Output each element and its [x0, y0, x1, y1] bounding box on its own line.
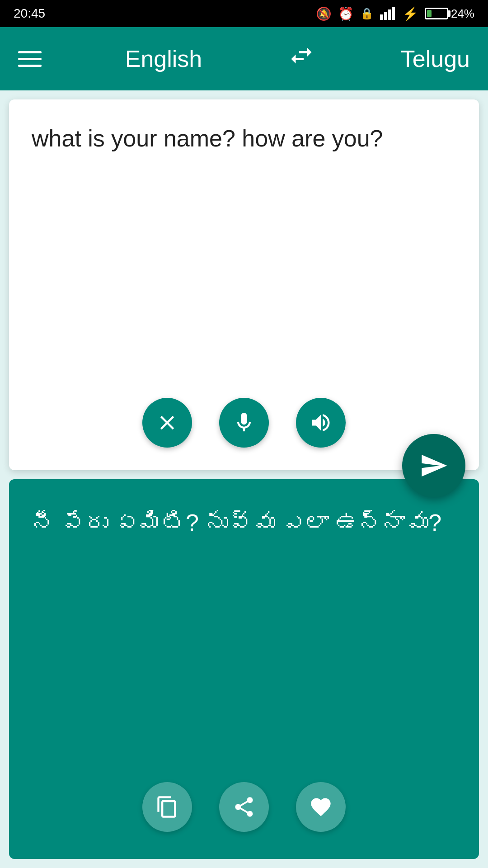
app-toolbar: English Telugu [0, 27, 488, 90]
translated-text: నీ పేరు ఏమిటి? నువ్వు ఎలా ఉన్నావు? [9, 479, 479, 782]
menu-button[interactable] [18, 51, 42, 67]
copy-button[interactable] [142, 782, 192, 832]
source-text[interactable]: what is your name? how are you? [9, 99, 479, 398]
notification-icon: 🔕 [316, 6, 332, 21]
status-time: 20:45 [14, 6, 45, 21]
lock-icon: 🔒 [360, 7, 374, 20]
share-button[interactable] [219, 782, 269, 832]
charging-icon: ⚡ [403, 6, 418, 21]
battery-percent: 24% [451, 7, 474, 21]
translate-button[interactable] [402, 434, 465, 497]
microphone-button[interactable] [219, 398, 269, 448]
svg-rect-1 [384, 12, 387, 20]
swap-languages-button[interactable] [286, 42, 317, 76]
clear-button[interactable] [142, 398, 192, 448]
status-bar: 20:45 🔕 ⏰ 🔒 ⚡ 24% [0, 0, 488, 27]
alarm-icon: ⏰ [338, 6, 354, 21]
output-controls [9, 782, 479, 859]
target-language[interactable]: Telugu [401, 45, 470, 72]
source-language[interactable]: English [125, 45, 202, 72]
output-section: నీ పేరు ఏమిటి? నువ్వు ఎలా ఉన్నావు? [9, 479, 479, 859]
main-content: what is your name? how are you? [0, 90, 488, 868]
signal-icon [380, 7, 396, 20]
input-section: what is your name? how are you? [9, 99, 479, 470]
favorite-button[interactable] [296, 782, 346, 832]
speaker-button[interactable] [296, 398, 346, 448]
svg-rect-0 [380, 14, 383, 20]
svg-rect-3 [392, 7, 395, 20]
battery-indicator: 24% [425, 7, 474, 21]
svg-rect-2 [388, 9, 391, 20]
status-icons: 🔕 ⏰ 🔒 ⚡ 24% [316, 6, 474, 21]
